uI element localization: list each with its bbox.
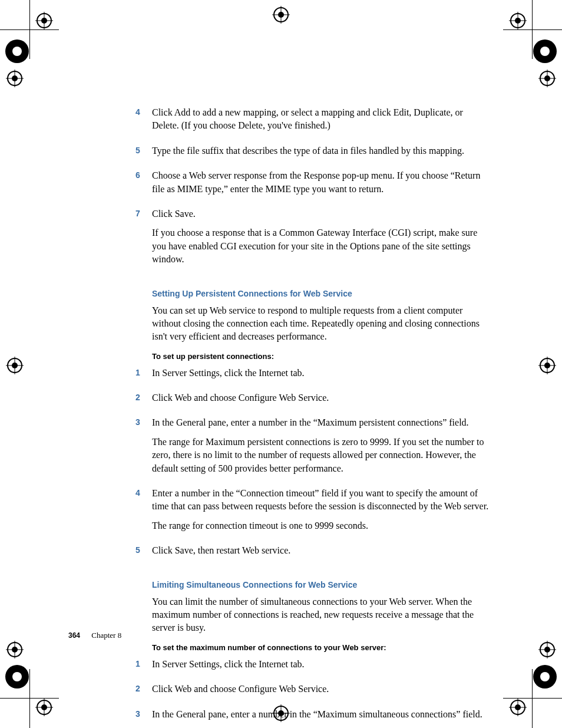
step-item: 3 In the General pane, enter a number in…: [135, 708, 489, 727]
step-item: 6 Choose a Web server response from the …: [135, 169, 489, 202]
step-number: 5: [135, 544, 152, 563]
subheading: To set the maximum number of connections…: [152, 643, 489, 652]
step-number: 5: [135, 144, 152, 163]
step-item: 2 Click Web and choose Configure Web Ser…: [135, 683, 489, 701]
step-number: 3: [135, 416, 152, 481]
page-footer: 364 Chapter 8: [68, 631, 121, 640]
step-text: In the General pane, enter a number in t…: [152, 708, 489, 721]
svg-point-5: [12, 672, 22, 681]
crosshair-icon: [6, 70, 24, 87]
crosshair-icon: [538, 70, 556, 87]
step-item: 1 In Server Settings, click the Internet…: [135, 658, 489, 677]
step-text: Click Save, then restart Web service.: [152, 544, 489, 557]
step-number: 6: [135, 169, 152, 202]
step-text: Enter a number in the “Connection timeou…: [152, 487, 489, 513]
reg-mark-icon: [4, 663, 31, 690]
crosshair-icon: [35, 12, 53, 29]
crosshair-icon: [272, 6, 290, 24]
chapter-label: Chapter 8: [91, 631, 121, 640]
step-item: 3 In the General pane, enter a number in…: [135, 416, 489, 481]
step-number: 4: [135, 106, 152, 139]
crosshair-icon: [538, 641, 556, 658]
step-item: 5 Click Save, then restart Web service.: [135, 544, 489, 563]
crosshair-icon: [509, 12, 527, 29]
step-item: 4 Enter a number in the “Connection time…: [135, 487, 489, 538]
step-number: 3: [135, 708, 152, 727]
step-number: 1: [135, 367, 152, 386]
step-text: Click Web and choose Configure Web Servi…: [152, 683, 489, 696]
section-intro: You can set up Web service to respond to…: [152, 304, 489, 344]
reg-mark-icon: [531, 38, 558, 65]
step-number: 2: [135, 683, 152, 701]
section-intro: You can limit the number of simultaneous…: [152, 595, 489, 635]
reg-mark-icon: [4, 38, 31, 65]
reg-mark-icon: [531, 663, 558, 690]
crosshair-icon: [6, 357, 24, 374]
page-number: 364: [68, 631, 80, 640]
step-item: 1 In Server Settings, click the Internet…: [135, 367, 489, 386]
step-text: Choose a Web server response from the Re…: [152, 169, 489, 196]
step-item: 2 Click Web and choose Configure Web Ser…: [135, 391, 489, 410]
step-item: 4 Click Add to add a new mapping, or sel…: [135, 106, 489, 139]
subheading: To set up persistent connections:: [152, 352, 489, 361]
step-text: In the General pane, enter a number in t…: [152, 416, 489, 429]
step-number: 4: [135, 487, 152, 538]
svg-point-7: [540, 672, 550, 681]
crosshair-icon: [6, 641, 24, 658]
step-extra: If you choose a response that is a Commo…: [152, 226, 489, 266]
step-text: Click Add to add a new mapping, or selec…: [152, 106, 489, 133]
section-heading: Limiting Simultaneous Connections for We…: [152, 580, 489, 589]
step-number: 1: [135, 658, 152, 677]
step-item: 7 Click Save. If you choose a response t…: [135, 207, 489, 272]
step-number: 7: [135, 207, 152, 272]
step-text: Click Save.: [152, 207, 489, 220]
step-text: Type the file suffix that describes the …: [152, 144, 489, 157]
step-number: 2: [135, 391, 152, 410]
step-extra: The range for connection timeout is one …: [152, 519, 489, 532]
svg-point-3: [540, 47, 550, 56]
step-text: Click Web and choose Configure Web Servi…: [152, 391, 489, 404]
crosshair-icon: [538, 357, 556, 374]
step-item: 5 Type the file suffix that describes th…: [135, 144, 489, 163]
step-text: In Server Settings, click the Internet t…: [152, 658, 489, 671]
svg-point-1: [12, 47, 22, 56]
section-heading: Setting Up Persistent Connections for We…: [152, 289, 489, 298]
step-text: In Server Settings, click the Internet t…: [152, 367, 489, 380]
crosshair-icon: [35, 699, 53, 716]
crosshair-icon: [509, 699, 527, 716]
page-content: 4 Click Add to add a new mapping, or sel…: [135, 106, 489, 728]
step-extra: The range for Maximum persistent connect…: [152, 436, 489, 475]
